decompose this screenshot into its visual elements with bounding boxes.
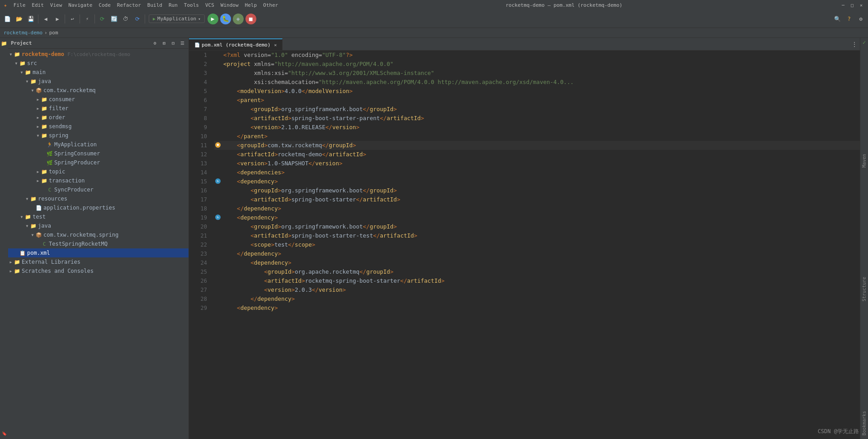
right-sidebar-git[interactable]: ✓ bbox=[861, 39, 868, 46]
tree-arrow[interactable]: ▶ bbox=[35, 115, 41, 120]
tree-item-resources[interactable]: ▼📁resources bbox=[8, 194, 189, 203]
code-line-16[interactable]: <groupId>org.springframework.boot</group… bbox=[214, 186, 860, 195]
code-line-7[interactable]: <groupId>org.springframework.boot</group… bbox=[214, 105, 860, 114]
toolbar-open[interactable]: 📂 bbox=[14, 14, 24, 24]
code-line-25[interactable]: <groupId>org.apache.rocketmq</groupId> bbox=[214, 267, 860, 276]
code-line-20[interactable]: <groupId>org.springframework.boot</group… bbox=[214, 222, 860, 231]
code-line-14[interactable]: <dependencies> bbox=[214, 168, 860, 177]
close-button[interactable]: ✕ bbox=[858, 2, 864, 8]
tree-arrow[interactable]: ▶ bbox=[35, 97, 41, 102]
code-line-8[interactable]: <artifactId>spring-boot-starter-parent</… bbox=[214, 114, 860, 123]
code-line-27[interactable]: <version>2.0.3</version> bbox=[214, 285, 860, 294]
menu-refactor[interactable]: Refactor bbox=[114, 2, 144, 8]
tree-item-rocketmq-demo[interactable]: ▼📁rocketmq-demo F:\code\rocketmq-demo bbox=[8, 50, 189, 59]
code-line-28[interactable]: </dependency> bbox=[214, 294, 860, 304]
code-line-17[interactable]: <artifactId>spring-boot-starter</artifac… bbox=[214, 195, 860, 204]
panel-icon-settings[interactable]: ☰ bbox=[179, 40, 186, 47]
toolbar-help-icon[interactable]: ? bbox=[844, 14, 854, 24]
toolbar-reload[interactable]: 🔄 bbox=[108, 14, 119, 24]
menu-other[interactable]: Other bbox=[260, 2, 281, 8]
toolbar-undo[interactable]: ↩ bbox=[67, 14, 78, 24]
panel-icon-gear[interactable]: ⚙ bbox=[151, 40, 159, 47]
tree-item-myapplication[interactable]: 🏃MyApplication bbox=[8, 140, 189, 149]
toolbar-code-gen[interactable]: ⚡ bbox=[82, 14, 93, 24]
tree-arrow[interactable]: ▼ bbox=[19, 214, 24, 220]
code-line-1[interactable]: <?xml version="1.0" encoding="UTF-8"?> bbox=[214, 51, 860, 60]
tree-arrow[interactable]: ▼ bbox=[35, 133, 41, 138]
panel-icon-expand[interactable]: ⊞ bbox=[160, 40, 168, 47]
toolbar-back[interactable]: ◀ bbox=[40, 14, 51, 24]
tree-arrow[interactable] bbox=[30, 205, 35, 210]
tree-arrow[interactable]: ▼ bbox=[19, 70, 24, 75]
code-line-12[interactable]: <artifactId>rocketmq-demo</artifactId> bbox=[214, 150, 860, 159]
code-line-6[interactable]: <parent> bbox=[214, 96, 860, 105]
tree-item-order[interactable]: ▶📁order bbox=[8, 113, 189, 122]
stop-button[interactable]: ■ bbox=[245, 14, 256, 24]
code-line-2[interactable]: <project xmlns="http://maven.apache.org/… bbox=[214, 60, 860, 69]
code-line-5[interactable]: <modelVersion>4.0.0</modelVersion> bbox=[214, 87, 860, 96]
tree-arrow[interactable]: ▼ bbox=[24, 196, 30, 201]
menu-view[interactable]: View bbox=[47, 2, 65, 8]
debug-button[interactable]: 🐛 bbox=[220, 14, 231, 24]
sidebar-icon-project[interactable]: 📁 bbox=[0, 40, 8, 47]
run-config-selector[interactable]: ▶ MyApplication ▾ bbox=[149, 14, 205, 23]
tab-close-icon[interactable]: ✕ bbox=[274, 42, 277, 47]
tree-item-topic[interactable]: ▶📁topic bbox=[8, 167, 189, 176]
sidebar-icon-bookmark[interactable]: 🔖 bbox=[0, 430, 8, 437]
menu-build[interactable]: Build bbox=[145, 2, 165, 8]
tree-item-filter[interactable]: ▶📁filter bbox=[8, 104, 189, 113]
tree-item-springconsumer[interactable]: 🌿SpringConsumer bbox=[8, 149, 189, 158]
tree-item-scratches-and-consoles[interactable]: ▶📁Scratches and Consoles bbox=[8, 266, 189, 276]
tree-item-syncproducer[interactable]: CSyncProducer bbox=[8, 185, 189, 194]
tree-arrow[interactable] bbox=[41, 151, 46, 156]
tree-arrow[interactable]: ▼ bbox=[30, 88, 35, 93]
code-line-15[interactable]: ↻ <dependency> bbox=[214, 177, 860, 186]
tree-item-test[interactable]: ▼📁test bbox=[8, 212, 189, 221]
code-editor[interactable]: 1234567891011121314151617181920212223242… bbox=[189, 51, 860, 439]
toolbar-save[interactable]: 💾 bbox=[25, 14, 36, 24]
run-button[interactable]: ▶ bbox=[208, 14, 218, 24]
tree-item-java[interactable]: ▼📁java bbox=[8, 221, 189, 230]
code-line-21[interactable]: <artifactId>spring-boot-starter-test</ar… bbox=[214, 231, 860, 240]
code-line-10[interactable]: </parent> bbox=[214, 132, 860, 141]
tree-arrow[interactable] bbox=[41, 160, 46, 165]
code-line-22[interactable]: <scope>test</scope> bbox=[214, 240, 860, 249]
tree-item-java[interactable]: ▼📁java bbox=[8, 77, 189, 86]
tree-arrow[interactable] bbox=[41, 187, 46, 192]
menu-window[interactable]: Window bbox=[218, 2, 241, 8]
tree-arrow[interactable]: ▼ bbox=[14, 61, 19, 66]
toolbar-new-file[interactable]: 📄 bbox=[2, 14, 13, 24]
toolbar-sync-icon[interactable]: ⟳ bbox=[97, 14, 108, 24]
tree-arrow[interactable]: ▶ bbox=[35, 169, 41, 174]
code-line-23[interactable]: </dependency> bbox=[214, 249, 860, 258]
menu-vcs[interactable]: VCS bbox=[203, 2, 217, 8]
run-coverage[interactable]: ◈ bbox=[233, 14, 244, 24]
tree-item-com-txw-rocketmq-spring[interactable]: ▼📦com.txw.rocketmq.spring bbox=[8, 230, 189, 239]
code-line-9[interactable]: <version>2.1.0.RELEASE</version> bbox=[214, 123, 860, 132]
menu-bar[interactable]: File Edit View Navigate Code Refactor Bu… bbox=[11, 2, 281, 8]
tree-item-springproducer[interactable]: 🌿SpringProducer bbox=[8, 158, 189, 167]
tree-item-spring[interactable]: ▼📁spring bbox=[8, 131, 189, 140]
tree-arrow[interactable] bbox=[14, 250, 19, 256]
toolbar-timer[interactable]: ⏱ bbox=[120, 14, 131, 24]
tree-arrow[interactable]: ▼ bbox=[30, 232, 35, 238]
tab-pom-xml[interactable]: 📄 pom.xml (rocketmq-demo) ✕ bbox=[189, 38, 283, 50]
tree-arrow[interactable]: ▼ bbox=[24, 223, 30, 229]
breadcrumb-project[interactable]: rocketmq-demo bbox=[4, 30, 42, 36]
menu-code[interactable]: Code bbox=[96, 2, 113, 8]
code-line-24[interactable]: <dependency> bbox=[214, 258, 860, 267]
code-line-19[interactable]: ↻ <dependency> bbox=[214, 213, 860, 222]
tree-arrow[interactable] bbox=[35, 241, 41, 247]
tree-arrow[interactable]: ▶ bbox=[35, 106, 41, 111]
menu-file[interactable]: File bbox=[11, 2, 28, 8]
tree-item-src[interactable]: ▼📁src bbox=[8, 59, 189, 68]
tree-arrow[interactable]: ▼ bbox=[24, 79, 30, 84]
tree-item-sendmsg[interactable]: ▶📁sendmsg bbox=[8, 122, 189, 131]
menu-edit[interactable]: Edit bbox=[29, 2, 47, 8]
tree-item-main[interactable]: ▼📁main bbox=[8, 68, 189, 77]
menu-tools[interactable]: Tools bbox=[181, 2, 202, 8]
tree-item-pom-xml[interactable]: 📋pom.xml bbox=[8, 248, 189, 257]
code-line-26[interactable]: <artifactId>rocketmq-spring-boot-starter… bbox=[214, 276, 860, 285]
tree-arrow[interactable]: ▶ bbox=[35, 178, 41, 183]
breadcrumb-pom[interactable]: pom bbox=[49, 30, 58, 36]
